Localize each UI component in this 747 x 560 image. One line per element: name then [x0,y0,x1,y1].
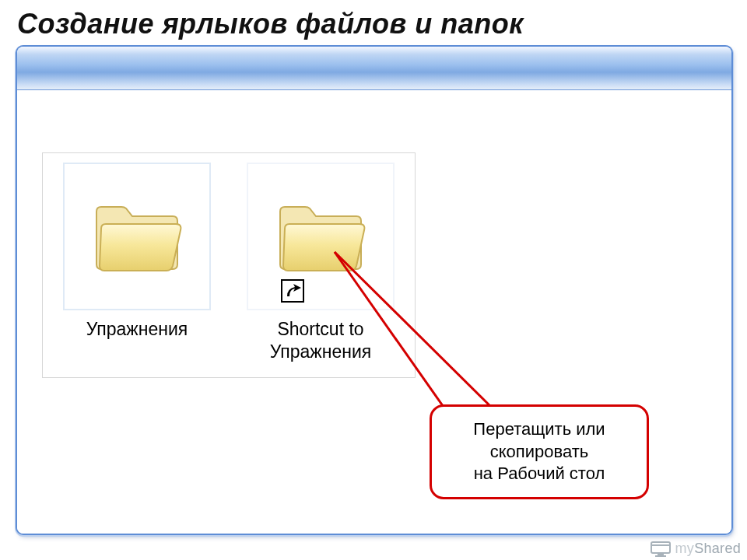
folder-label: Упражнения [86,318,188,363]
folder-icon [90,198,184,275]
callout-text: Перетащить илископироватьна Рабочий стол [473,418,605,485]
folder-icon-frame [63,163,211,310]
content-panel: Упражнения [17,47,731,534]
slide: Создание ярлыков файлов и папок [0,0,747,560]
panel-header [17,47,731,90]
watermark-my: my [675,541,695,556]
shortcut-item[interactable]: Shortcut toУпражнения [237,163,404,368]
watermark: myShared [651,540,741,557]
callout-bubble: Перетащить илископироватьна Рабочий стол [430,404,649,499]
svg-rect-4 [658,553,664,555]
folder-icon [274,198,367,275]
svg-rect-2 [651,542,670,553]
watermark-text: myShared [675,541,741,557]
folder-item[interactable]: Упражнения [54,163,220,368]
icons-container: Упражнения [42,152,416,378]
watermark-logo-icon [651,540,671,557]
watermark-shared: Shared [694,541,741,556]
panel-body: Упражнения [17,90,731,534]
page-title: Создание ярлыков файлов и папок [17,8,736,40]
shortcut-arrow-icon [281,279,304,303]
svg-rect-5 [655,555,666,557]
shortcut-icon-frame [247,163,395,310]
shortcut-label: Shortcut toУпражнения [270,318,372,363]
